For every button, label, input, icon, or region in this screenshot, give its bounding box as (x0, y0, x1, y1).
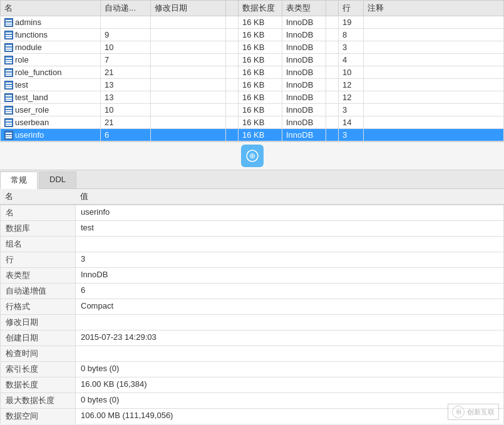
prop-row: 数据空间 106.00 MB (111,149,056) (1, 409, 504, 424)
prop-value: 3 (76, 252, 504, 268)
cell-data-len: 16 KB (239, 16, 282, 29)
cell-comment (364, 41, 504, 54)
props-col-value-header: 值 (80, 191, 88, 202)
table-row[interactable]: role 7 16 KB InnoDB 4 (1, 54, 504, 66)
prop-value: 106.00 MB (111,149,056) (76, 409, 504, 424)
prop-value (76, 315, 504, 330)
cell-name: test_land (1, 91, 101, 104)
col-engine: 表类型 (282, 1, 326, 16)
table-icon (4, 118, 13, 127)
col-modified: 修改日期 (151, 1, 226, 16)
table-name: role (15, 55, 29, 64)
table-name: test_land (15, 93, 48, 102)
cell-engine: InnoDB (282, 29, 326, 41)
cell-name: functions (1, 29, 101, 41)
cell-spacer2 (326, 41, 339, 54)
prop-value: InnoDB (76, 268, 504, 284)
prop-row: 索引长度 0 bytes (0) (1, 362, 504, 377)
cell-modified (151, 29, 226, 41)
props-col-name-header: 名 (5, 191, 80, 202)
cell-auto-inc: 13 (101, 79, 151, 91)
table-name: role_function (15, 68, 61, 77)
cell-name: userinfo (1, 129, 101, 141)
cell-modified (151, 16, 226, 29)
table-row[interactable]: userinfo 6 16 KB InnoDB 3 (1, 129, 504, 141)
prop-row: 最大数据长度 0 bytes (0) (1, 393, 504, 409)
table-icon (4, 68, 13, 77)
cell-rows: 12 (339, 91, 364, 104)
cell-auto-inc: 6 (101, 129, 151, 141)
cell-rows: 3 (339, 104, 364, 116)
cell-comment (364, 104, 504, 116)
cell-comment (364, 116, 504, 129)
cell-engine: InnoDB (282, 91, 326, 104)
table-name: userinfo (15, 130, 44, 140)
table-icon (4, 106, 13, 115)
prop-name: 表类型 (1, 268, 76, 284)
cell-name: user_role (1, 104, 101, 116)
cell-engine: InnoDB (282, 116, 326, 129)
prop-row: 组名 (1, 237, 504, 252)
prop-name: 数据库 (1, 221, 76, 237)
table-row[interactable]: role_function 21 16 KB InnoDB 10 (1, 66, 504, 79)
cell-comment (364, 29, 504, 41)
cell-rows: 19 (339, 16, 364, 29)
table-name: user_role (15, 105, 49, 115)
col-auto-inc: 自动递... (101, 1, 151, 16)
table-icon (4, 81, 13, 90)
cell-rows: 3 (339, 129, 364, 141)
divider-section: ⊕ (0, 142, 504, 170)
cell-data-len: 16 KB (239, 79, 282, 91)
cell-spacer2 (326, 104, 339, 116)
cell-data-len: 16 KB (239, 104, 282, 116)
table-icon (4, 43, 13, 52)
cell-spacer2 (326, 54, 339, 66)
cell-spacer2 (326, 16, 339, 29)
prop-value: 0 bytes (0) (76, 362, 504, 377)
cell-name: module (1, 41, 101, 54)
cell-engine: InnoDB (282, 16, 326, 29)
prop-name: 创建日期 (1, 330, 76, 346)
table-row[interactable]: module 10 16 KB InnoDB 3 (1, 41, 504, 54)
cell-modified (151, 66, 226, 79)
prop-name: 行格式 (1, 299, 76, 315)
table-row[interactable]: admins 16 KB InnoDB 19 (1, 16, 504, 29)
cell-comment (364, 16, 504, 29)
cell-auto-inc: 21 (101, 116, 151, 129)
cell-modified (151, 104, 226, 116)
prop-row: 修改日期 (1, 315, 504, 330)
tab-general[interactable]: 常规 (0, 172, 38, 189)
cell-data-len: 16 KB (239, 54, 282, 66)
cell-spacer1 (226, 79, 239, 91)
table-row[interactable]: test 13 16 KB InnoDB 12 (1, 79, 504, 91)
cell-data-len: 16 KB (239, 129, 282, 141)
database-table: 名 自动递... 修改日期 数据长度 表类型 行 注释 admins 16 KB… (0, 0, 504, 141)
cell-spacer1 (226, 16, 239, 29)
cell-spacer1 (226, 29, 239, 41)
cell-spacer2 (326, 91, 339, 104)
prop-name: 最大数据长度 (1, 393, 76, 409)
cell-spacer2 (326, 66, 339, 79)
cell-name: role (1, 54, 101, 66)
prop-row: 自动递增值 6 (1, 284, 504, 299)
cell-rows: 14 (339, 116, 364, 129)
prop-value: test (76, 221, 504, 237)
prop-name: 数据长度 (1, 377, 76, 393)
table-row[interactable]: test_land 13 16 KB InnoDB 12 (1, 91, 504, 104)
cell-comment (364, 129, 504, 141)
table-row[interactable]: user_role 10 16 KB InnoDB 3 (1, 104, 504, 116)
cell-modified (151, 129, 226, 141)
cell-name: userbean (1, 116, 101, 129)
cell-engine: InnoDB (282, 129, 326, 141)
cell-name: test (1, 79, 101, 91)
col-comment: 注释 (364, 1, 504, 16)
tab-ddl[interactable]: DDL (39, 172, 76, 188)
prop-name: 修改日期 (1, 315, 76, 330)
table-row[interactable]: userbean 21 16 KB InnoDB 14 (1, 116, 504, 129)
prop-name: 检查时间 (1, 346, 76, 362)
cell-modified (151, 54, 226, 66)
table-row[interactable]: functions 9 16 KB InnoDB 8 (1, 29, 504, 41)
cell-data-len: 16 KB (239, 116, 282, 129)
cell-rows: 3 (339, 41, 364, 54)
watermark-circle: 创 (452, 406, 465, 418)
